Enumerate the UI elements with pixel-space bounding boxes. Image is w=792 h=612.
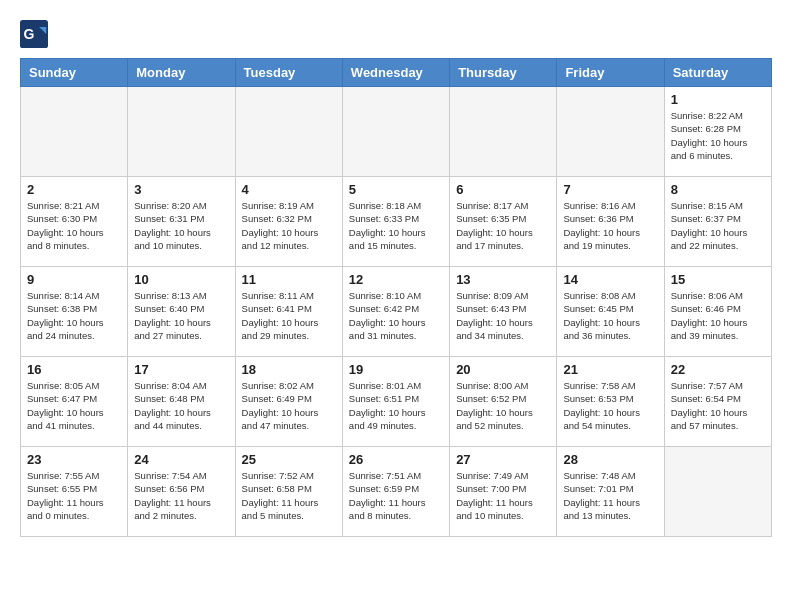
day-number: 10	[134, 272, 228, 287]
day-info: Sunrise: 7:54 AMSunset: 6:56 PMDaylight:…	[134, 469, 228, 522]
calendar-day-cell: 26Sunrise: 7:51 AMSunset: 6:59 PMDayligh…	[342, 447, 449, 537]
day-info: Sunrise: 8:05 AMSunset: 6:47 PMDaylight:…	[27, 379, 121, 432]
calendar-day-cell: 23Sunrise: 7:55 AMSunset: 6:55 PMDayligh…	[21, 447, 128, 537]
logo-icon: G	[20, 20, 48, 48]
day-info: Sunrise: 8:04 AMSunset: 6:48 PMDaylight:…	[134, 379, 228, 432]
day-info: Sunrise: 8:02 AMSunset: 6:49 PMDaylight:…	[242, 379, 336, 432]
day-info: Sunrise: 8:17 AMSunset: 6:35 PMDaylight:…	[456, 199, 550, 252]
weekday-header-wednesday: Wednesday	[342, 59, 449, 87]
day-number: 24	[134, 452, 228, 467]
day-info: Sunrise: 7:57 AMSunset: 6:54 PMDaylight:…	[671, 379, 765, 432]
calendar-day-cell: 22Sunrise: 7:57 AMSunset: 6:54 PMDayligh…	[664, 357, 771, 447]
calendar-day-cell: 19Sunrise: 8:01 AMSunset: 6:51 PMDayligh…	[342, 357, 449, 447]
calendar-week-3: 9Sunrise: 8:14 AMSunset: 6:38 PMDaylight…	[21, 267, 772, 357]
calendar-day-cell: 9Sunrise: 8:14 AMSunset: 6:38 PMDaylight…	[21, 267, 128, 357]
calendar-day-cell: 16Sunrise: 8:05 AMSunset: 6:47 PMDayligh…	[21, 357, 128, 447]
day-number: 8	[671, 182, 765, 197]
calendar-day-cell: 14Sunrise: 8:08 AMSunset: 6:45 PMDayligh…	[557, 267, 664, 357]
calendar-day-cell	[342, 87, 449, 177]
day-info: Sunrise: 7:48 AMSunset: 7:01 PMDaylight:…	[563, 469, 657, 522]
calendar-day-cell: 27Sunrise: 7:49 AMSunset: 7:00 PMDayligh…	[450, 447, 557, 537]
day-number: 14	[563, 272, 657, 287]
calendar-week-5: 23Sunrise: 7:55 AMSunset: 6:55 PMDayligh…	[21, 447, 772, 537]
calendar-day-cell: 2Sunrise: 8:21 AMSunset: 6:30 PMDaylight…	[21, 177, 128, 267]
day-number: 17	[134, 362, 228, 377]
calendar-week-1: 1Sunrise: 8:22 AMSunset: 6:28 PMDaylight…	[21, 87, 772, 177]
day-number: 11	[242, 272, 336, 287]
calendar-day-cell: 10Sunrise: 8:13 AMSunset: 6:40 PMDayligh…	[128, 267, 235, 357]
weekday-header-tuesday: Tuesday	[235, 59, 342, 87]
day-number: 26	[349, 452, 443, 467]
day-number: 21	[563, 362, 657, 377]
day-number: 25	[242, 452, 336, 467]
day-info: Sunrise: 8:20 AMSunset: 6:31 PMDaylight:…	[134, 199, 228, 252]
day-info: Sunrise: 8:21 AMSunset: 6:30 PMDaylight:…	[27, 199, 121, 252]
calendar-table: SundayMondayTuesdayWednesdayThursdayFrid…	[20, 58, 772, 537]
calendar-day-cell	[21, 87, 128, 177]
day-info: Sunrise: 8:19 AMSunset: 6:32 PMDaylight:…	[242, 199, 336, 252]
day-info: Sunrise: 8:11 AMSunset: 6:41 PMDaylight:…	[242, 289, 336, 342]
weekday-header-sunday: Sunday	[21, 59, 128, 87]
calendar-day-cell: 24Sunrise: 7:54 AMSunset: 6:56 PMDayligh…	[128, 447, 235, 537]
day-info: Sunrise: 7:58 AMSunset: 6:53 PMDaylight:…	[563, 379, 657, 432]
weekday-header-thursday: Thursday	[450, 59, 557, 87]
calendar-day-cell	[235, 87, 342, 177]
weekday-header-friday: Friday	[557, 59, 664, 87]
day-info: Sunrise: 8:22 AMSunset: 6:28 PMDaylight:…	[671, 109, 765, 162]
page-header: G	[20, 20, 772, 48]
day-number: 1	[671, 92, 765, 107]
day-info: Sunrise: 8:14 AMSunset: 6:38 PMDaylight:…	[27, 289, 121, 342]
day-info: Sunrise: 8:00 AMSunset: 6:52 PMDaylight:…	[456, 379, 550, 432]
calendar-day-cell: 17Sunrise: 8:04 AMSunset: 6:48 PMDayligh…	[128, 357, 235, 447]
calendar-day-cell: 3Sunrise: 8:20 AMSunset: 6:31 PMDaylight…	[128, 177, 235, 267]
day-info: Sunrise: 7:55 AMSunset: 6:55 PMDaylight:…	[27, 469, 121, 522]
calendar-day-cell: 25Sunrise: 7:52 AMSunset: 6:58 PMDayligh…	[235, 447, 342, 537]
day-number: 18	[242, 362, 336, 377]
day-number: 7	[563, 182, 657, 197]
day-number: 22	[671, 362, 765, 377]
day-number: 6	[456, 182, 550, 197]
calendar-day-cell: 1Sunrise: 8:22 AMSunset: 6:28 PMDaylight…	[664, 87, 771, 177]
calendar-day-cell: 20Sunrise: 8:00 AMSunset: 6:52 PMDayligh…	[450, 357, 557, 447]
weekday-header-saturday: Saturday	[664, 59, 771, 87]
calendar-week-2: 2Sunrise: 8:21 AMSunset: 6:30 PMDaylight…	[21, 177, 772, 267]
calendar-day-cell	[557, 87, 664, 177]
day-number: 9	[27, 272, 121, 287]
calendar-day-cell: 12Sunrise: 8:10 AMSunset: 6:42 PMDayligh…	[342, 267, 449, 357]
day-number: 4	[242, 182, 336, 197]
day-info: Sunrise: 8:09 AMSunset: 6:43 PMDaylight:…	[456, 289, 550, 342]
day-number: 27	[456, 452, 550, 467]
day-number: 28	[563, 452, 657, 467]
day-number: 16	[27, 362, 121, 377]
calendar-day-cell: 6Sunrise: 8:17 AMSunset: 6:35 PMDaylight…	[450, 177, 557, 267]
calendar-day-cell: 13Sunrise: 8:09 AMSunset: 6:43 PMDayligh…	[450, 267, 557, 357]
day-info: Sunrise: 7:49 AMSunset: 7:00 PMDaylight:…	[456, 469, 550, 522]
day-info: Sunrise: 8:06 AMSunset: 6:46 PMDaylight:…	[671, 289, 765, 342]
day-info: Sunrise: 8:01 AMSunset: 6:51 PMDaylight:…	[349, 379, 443, 432]
calendar-day-cell: 21Sunrise: 7:58 AMSunset: 6:53 PMDayligh…	[557, 357, 664, 447]
weekday-header-monday: Monday	[128, 59, 235, 87]
day-info: Sunrise: 7:51 AMSunset: 6:59 PMDaylight:…	[349, 469, 443, 522]
day-number: 12	[349, 272, 443, 287]
calendar-day-cell: 5Sunrise: 8:18 AMSunset: 6:33 PMDaylight…	[342, 177, 449, 267]
svg-text:G: G	[24, 26, 35, 42]
calendar-day-cell: 7Sunrise: 8:16 AMSunset: 6:36 PMDaylight…	[557, 177, 664, 267]
calendar-day-cell: 8Sunrise: 8:15 AMSunset: 6:37 PMDaylight…	[664, 177, 771, 267]
day-info: Sunrise: 7:52 AMSunset: 6:58 PMDaylight:…	[242, 469, 336, 522]
weekday-header-row: SundayMondayTuesdayWednesdayThursdayFrid…	[21, 59, 772, 87]
logo: G	[20, 20, 52, 48]
day-number: 23	[27, 452, 121, 467]
day-number: 5	[349, 182, 443, 197]
calendar-day-cell: 4Sunrise: 8:19 AMSunset: 6:32 PMDaylight…	[235, 177, 342, 267]
calendar-day-cell	[128, 87, 235, 177]
day-info: Sunrise: 8:08 AMSunset: 6:45 PMDaylight:…	[563, 289, 657, 342]
calendar-day-cell	[664, 447, 771, 537]
day-number: 20	[456, 362, 550, 377]
calendar-day-cell: 11Sunrise: 8:11 AMSunset: 6:41 PMDayligh…	[235, 267, 342, 357]
day-info: Sunrise: 8:16 AMSunset: 6:36 PMDaylight:…	[563, 199, 657, 252]
calendar-day-cell: 18Sunrise: 8:02 AMSunset: 6:49 PMDayligh…	[235, 357, 342, 447]
day-info: Sunrise: 8:18 AMSunset: 6:33 PMDaylight:…	[349, 199, 443, 252]
day-number: 19	[349, 362, 443, 377]
calendar-day-cell	[450, 87, 557, 177]
day-info: Sunrise: 8:13 AMSunset: 6:40 PMDaylight:…	[134, 289, 228, 342]
